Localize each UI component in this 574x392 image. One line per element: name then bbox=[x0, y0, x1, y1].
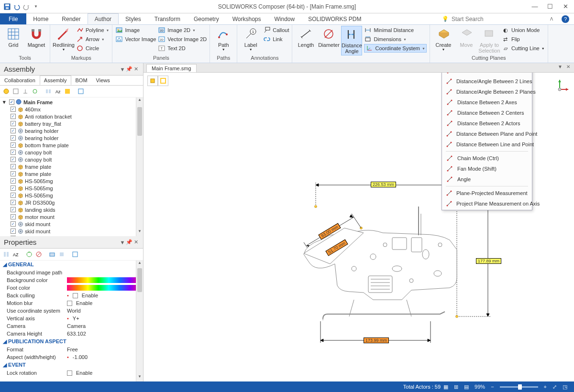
minimal-distance-button[interactable]: Minimal Distance bbox=[364, 26, 426, 34]
properties-grid[interactable]: ◢ GENERAL Background image path Backgrou… bbox=[0, 261, 143, 381]
status-icon-1[interactable]: ▦ bbox=[441, 384, 451, 390]
prop-use-coord[interactable]: Use coordinate systemWorld▼ bbox=[0, 307, 143, 315]
qat-dropdown-icon[interactable]: ▼ bbox=[32, 2, 40, 11]
checkbox-icon[interactable]: ✓ bbox=[11, 164, 16, 169]
link-button[interactable]: Link bbox=[263, 35, 289, 44]
checkbox-icon[interactable]: ✓ bbox=[11, 214, 16, 219]
tree-item[interactable]: ✓bearing holder bbox=[2, 127, 143, 134]
menu-item[interactable]: Distance Between 2 Points bbox=[443, 73, 531, 76]
tree-item[interactable]: ✓motor mount bbox=[2, 213, 143, 220]
tab-styles[interactable]: Styles bbox=[119, 13, 148, 24]
checkbox-icon[interactable]: ✓ bbox=[11, 142, 16, 148]
prop-aspect[interactable]: Aspect (width/height)-1.000 bbox=[0, 353, 143, 361]
axis-widget[interactable] bbox=[550, 77, 569, 97]
subtab-collaboration[interactable]: Collaboration bbox=[0, 76, 40, 85]
tree-item[interactable]: ✓battery tray_flat bbox=[2, 120, 143, 127]
vector-image2d-button[interactable]: 2DVector Image 2D bbox=[158, 35, 207, 44]
ptb-5[interactable] bbox=[48, 250, 56, 259]
tab-workshops[interactable]: Workshops bbox=[226, 13, 268, 24]
checkbox-icon[interactable]: ✓ bbox=[11, 128, 16, 133]
circle-button[interactable]: Circle bbox=[76, 44, 109, 53]
callout-button[interactable]: Callout bbox=[263, 26, 289, 34]
status-zoom[interactable]: 99% bbox=[472, 384, 488, 390]
scroll-up-icon[interactable]: ▲ bbox=[136, 98, 143, 105]
scroll-thumb[interactable] bbox=[137, 107, 142, 136]
assembly-tree[interactable]: ▾ ✓ Main Frame ✓460mx✓Anti rotation brac… bbox=[0, 98, 143, 236]
tree-item[interactable]: ✓canopy bolt bbox=[2, 149, 143, 156]
dim-bottom[interactable]: 173.99 mm bbox=[364, 338, 389, 343]
distance-angle-button[interactable]: Distance Angle bbox=[341, 26, 362, 55]
prop-camera-height[interactable]: Camera Height633.102 bbox=[0, 330, 143, 338]
prop-vertical-axis[interactable]: Vertical axisY+▼ bbox=[0, 315, 143, 322]
coordinate-system-button[interactable]: Coordinate System▼ bbox=[364, 44, 426, 53]
viewport[interactable]: 226.53 mm 177.89 mm 173.99 mm 93.00 mm 5… bbox=[144, 73, 574, 381]
prop-back-culling[interactable]: Back cullingEnable bbox=[0, 292, 143, 299]
menu-item[interactable]: Angle bbox=[443, 174, 531, 185]
polyline-button[interactable]: Polyline▼ bbox=[76, 26, 109, 34]
tree-scrollbar[interactable]: ▲ ▼ bbox=[136, 98, 143, 236]
tb-icon-7[interactable] bbox=[63, 87, 72, 96]
menu-item[interactable]: Distance/Angle Between 2 Lines bbox=[443, 76, 531, 87]
prop-dropdown-icon[interactable]: ▼ bbox=[119, 240, 126, 245]
dimensions-button[interactable]: Dimensions▼ bbox=[364, 35, 426, 44]
tree-item[interactable]: ✓Anti rotation bracket bbox=[2, 113, 143, 120]
ribbon-collapse-icon[interactable]: ᐱ bbox=[550, 17, 553, 22]
document-tab[interactable]: Main Frame.smg bbox=[146, 64, 197, 72]
gradient-swatch[interactable] bbox=[67, 277, 140, 283]
checkbox-icon[interactable]: ✓ bbox=[11, 171, 16, 176]
tree-root[interactable]: ▾ ✓ Main Frame bbox=[2, 98, 143, 106]
menu-item[interactable]: Distance Between Line and Point bbox=[443, 139, 531, 150]
tree-item[interactable]: ✓HS-5065mg bbox=[2, 185, 143, 192]
ptb-3[interactable] bbox=[25, 250, 33, 259]
menu-item[interactable]: Chain Mode (Ctrl) bbox=[443, 153, 531, 163]
vector-image-button[interactable]: Vector Image bbox=[115, 35, 156, 44]
prop-format[interactable]: FormatFree▼ bbox=[0, 346, 143, 353]
checkbox-icon[interactable]: ✓ bbox=[11, 200, 16, 205]
props-scrollbar[interactable]: ▲ ▼ bbox=[136, 261, 143, 381]
tree-item[interactable]: ✓skid mount bbox=[2, 235, 143, 236]
image-button[interactable]: Image bbox=[115, 26, 156, 34]
status-icon-4[interactable]: ⤢ bbox=[550, 384, 560, 390]
checkbox-icon[interactable]: ✓ bbox=[11, 150, 16, 155]
tab-render[interactable]: Render bbox=[55, 13, 87, 24]
checkbox-icon[interactable]: ✓ bbox=[9, 99, 14, 105]
tb-icon-4[interactable] bbox=[31, 87, 39, 96]
tab-home[interactable]: Home bbox=[26, 13, 55, 24]
tab-author[interactable]: Author bbox=[88, 13, 119, 24]
close-button[interactable]: ✕ bbox=[559, 2, 572, 11]
grid-button[interactable]: Grid bbox=[3, 26, 24, 49]
menu-item[interactable]: Distance/Angle Between 2 Planes bbox=[443, 87, 531, 97]
checkbox-icon[interactable]: ✓ bbox=[11, 221, 16, 227]
scroll-thumb[interactable] bbox=[137, 268, 142, 292]
scroll-down-icon[interactable]: ▼ bbox=[136, 229, 143, 236]
panel-dropdown-icon[interactable]: ▼ bbox=[119, 66, 126, 72]
panel-close-icon[interactable]: ✕ bbox=[132, 66, 139, 72]
tab-pdm[interactable]: SOLIDWORKS PDM bbox=[301, 13, 368, 24]
diameter-button[interactable]: Diameter bbox=[318, 26, 339, 49]
checkbox-icon[interactable]: ✓ bbox=[11, 185, 16, 191]
gradient-swatch[interactable] bbox=[67, 285, 140, 291]
prop-motion-blur[interactable]: Motion blurEnable bbox=[0, 299, 143, 307]
checkbox[interactable] bbox=[73, 293, 78, 298]
menu-item[interactable]: Project Plane Measurement on Axis bbox=[443, 198, 531, 209]
tb-icon-3[interactable] bbox=[21, 87, 30, 96]
checkbox-icon[interactable]: ✓ bbox=[11, 107, 16, 112]
tree-item[interactable]: ✓bearing holder bbox=[2, 134, 143, 142]
tree-item[interactable]: ✓HS-5065mg bbox=[2, 192, 143, 199]
checkbox-icon[interactable]: ✓ bbox=[11, 114, 16, 119]
tab-geometry[interactable]: Geometry bbox=[187, 13, 226, 24]
ptb-4[interactable] bbox=[34, 250, 43, 259]
tree-item[interactable]: ✓460mx bbox=[2, 106, 143, 113]
prop-lock-rotation[interactable]: Lock rotationEnable bbox=[0, 369, 143, 377]
tab-transform[interactable]: Transform bbox=[148, 13, 187, 24]
tree-item[interactable]: ✓frame plate bbox=[2, 170, 143, 177]
checkbox-icon[interactable]: ✓ bbox=[11, 193, 16, 198]
magnet-button[interactable]: Magnet bbox=[26, 26, 47, 49]
checkbox-icon[interactable]: ✓ bbox=[11, 135, 16, 141]
zoom-in-button[interactable]: + bbox=[541, 384, 550, 390]
tab-window[interactable]: Window bbox=[268, 13, 302, 24]
panel-pin-icon[interactable]: 📌 bbox=[126, 66, 132, 72]
image2d-button[interactable]: 2DImage 2D▼ bbox=[158, 26, 207, 34]
ptb-7[interactable] bbox=[71, 250, 79, 259]
section-event[interactable]: ◢ EVENT bbox=[0, 361, 143, 369]
